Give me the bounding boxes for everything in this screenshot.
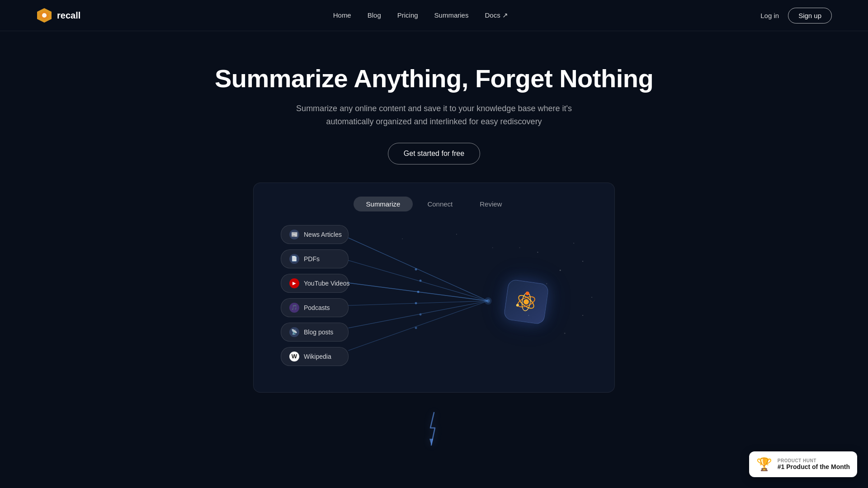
logo-icon (36, 7, 52, 23)
svg-point-9 (415, 268, 417, 270)
svg-point-33 (402, 238, 403, 239)
svg-point-30 (564, 333, 566, 334)
signup-button[interactable]: Sign up (788, 8, 832, 23)
source-pdf-label: PDFs (304, 255, 320, 263)
wikipedia-icon: W (289, 352, 299, 361)
source-podcasts-label: Podcasts (304, 304, 330, 311)
svg-point-10 (420, 279, 422, 282)
svg-point-32 (591, 297, 592, 298)
svg-point-27 (582, 261, 583, 262)
central-recall-icon (506, 282, 547, 322)
svg-line-6 (349, 301, 488, 305)
trophy-icon: 🏆 (756, 457, 772, 472)
demo-card: Summarize Connect Review 📰 News Articles… (253, 183, 615, 393)
source-news-label: News Articles (304, 231, 342, 238)
source-news-articles: 📰 News Articles (281, 225, 349, 244)
ph-text-block: PRODUCT HUNT #1 Product of the Month (778, 458, 850, 470)
svg-point-2 (42, 13, 47, 18)
logo-link[interactable]: recall (36, 7, 80, 23)
cta-button[interactable]: Get started for free (388, 143, 480, 164)
source-wikipedia: W Wikipedia (281, 347, 349, 366)
navigation: recall Home Blog Pricing Summaries Docs … (0, 0, 868, 31)
tab-bar: Summarize Connect Review (267, 197, 601, 211)
svg-point-17 (523, 299, 529, 305)
source-blog: 📡 Blog posts (281, 323, 349, 342)
tab-review[interactable]: Review (467, 197, 514, 211)
nav-auth: Log in Sign up (760, 8, 832, 23)
svg-line-3 (349, 238, 488, 301)
svg-point-31 (582, 315, 583, 316)
diagram: 📰 News Articles 📄 PDFs ▶ YouTube Videos … (267, 225, 601, 379)
source-list: 📰 News Articles 📄 PDFs ▶ YouTube Videos … (281, 225, 349, 366)
product-hunt-badge[interactable]: 🏆 PRODUCT HUNT #1 Product of the Month (749, 451, 857, 477)
hero-title: Summarize Anything, Forget Nothing (9, 64, 859, 93)
login-button[interactable]: Log in (760, 12, 779, 19)
nav-pricing[interactable]: Pricing (397, 11, 418, 19)
hero-subtitle: Summarize any online content and save it… (276, 102, 592, 128)
youtube-icon: ▶ (289, 278, 299, 288)
svg-line-8 (349, 301, 488, 351)
scroll-indicator (9, 411, 859, 450)
svg-marker-36 (429, 439, 433, 445)
tab-summarize[interactable]: Summarize (354, 197, 413, 211)
blog-icon: 📡 (289, 327, 299, 337)
svg-line-5 (349, 283, 488, 301)
source-blog-label: Blog posts (304, 328, 333, 336)
svg-point-12 (415, 302, 417, 304)
source-wikipedia-label: Wikipedia (304, 353, 331, 360)
diamond-container (503, 279, 549, 325)
tab-connect[interactable]: Connect (415, 197, 465, 211)
svg-point-16 (486, 299, 490, 303)
svg-line-4 (349, 260, 488, 301)
svg-point-34 (456, 234, 457, 235)
logo-text: recall (57, 10, 80, 21)
lightning-arrow (427, 411, 441, 450)
nav-blog[interactable]: Blog (368, 11, 381, 19)
svg-point-23 (537, 252, 538, 253)
nav-home[interactable]: Home (333, 11, 351, 19)
news-icon: 📰 (289, 230, 299, 239)
nav-links: Home Blog Pricing Summaries Docs ↗ (333, 11, 508, 19)
source-youtube-label: YouTube Videos (304, 280, 349, 287)
svg-point-28 (519, 247, 520, 248)
source-youtube: ▶ YouTube Videos (281, 274, 349, 293)
svg-point-25 (573, 243, 574, 244)
svg-point-24 (560, 269, 561, 271)
svg-line-7 (349, 301, 488, 328)
source-pdfs: 📄 PDFs (281, 249, 349, 268)
svg-point-14 (415, 327, 417, 329)
pdf-icon: 📄 (289, 254, 299, 264)
orbit-svg (513, 288, 540, 315)
nav-docs[interactable]: Docs ↗ (485, 11, 508, 19)
ph-label: PRODUCT HUNT (778, 458, 850, 463)
svg-point-15 (485, 297, 492, 305)
ph-title: #1 Product of the Month (778, 463, 850, 470)
nav-summaries[interactable]: Summaries (434, 11, 469, 19)
svg-point-13 (420, 313, 422, 315)
source-podcasts: 🎵 Podcasts (281, 298, 349, 317)
hero-section: Summarize Anything, Forget Nothing Summa… (0, 31, 868, 469)
svg-point-11 (417, 291, 420, 293)
svg-point-35 (492, 247, 493, 248)
podcasts-icon: 🎵 (289, 303, 299, 313)
svg-point-21 (525, 291, 529, 295)
